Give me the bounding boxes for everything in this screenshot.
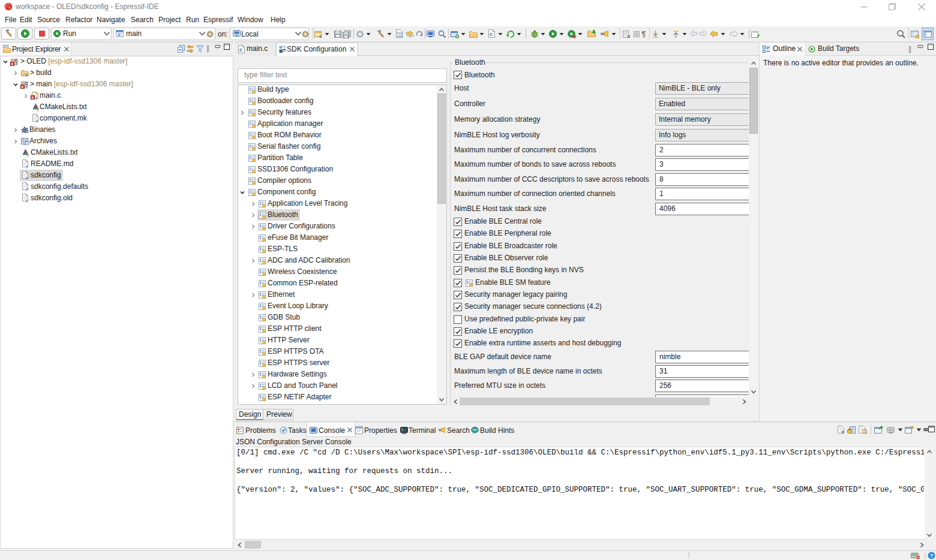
svg-text:?: ?	[25, 73, 28, 77]
svg-text:?: ?	[25, 85, 28, 89]
svg-text:c: c	[490, 31, 493, 37]
svg-text:?: ?	[36, 119, 38, 124]
svg-text:101: 101	[397, 34, 403, 38]
svg-text:?: ?	[26, 165, 28, 169]
svg-text:?: ?	[26, 176, 28, 180]
svg-text:?: ?	[37, 108, 39, 112]
svg-text:x: x	[22, 85, 24, 89]
svg-text:?: ?	[15, 62, 17, 66]
svg-text:x: x	[11, 62, 14, 66]
svg-text:?: ?	[930, 553, 934, 559]
svg-text:c: c	[239, 47, 242, 53]
svg-text:c: c	[118, 32, 121, 37]
svg-text:?: ?	[26, 153, 29, 158]
svg-text:x: x	[32, 95, 34, 100]
svg-text:?: ?	[26, 199, 28, 203]
svg-text:?: ?	[26, 188, 28, 192]
svg-text:c: c	[319, 34, 322, 38]
svg-text:?: ?	[35, 97, 38, 101]
